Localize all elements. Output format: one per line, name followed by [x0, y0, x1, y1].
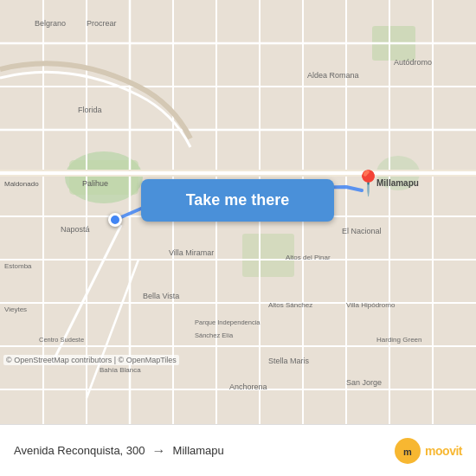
- svg-text:Parque Independencia: Parque Independencia: [195, 318, 261, 326]
- svg-text:Altos Sánchez: Altos Sánchez: [268, 301, 312, 309]
- route-to: Millamapu: [173, 444, 224, 457]
- svg-text:Autódromo: Autódromo: [394, 58, 432, 67]
- svg-text:Aldea Romana: Aldea Romana: [307, 71, 359, 80]
- svg-text:Stella Maris: Stella Maris: [268, 357, 310, 365]
- take-me-there-label: Take me there: [186, 191, 290, 209]
- svg-text:Villa Hipódromo: Villa Hipódromo: [346, 301, 396, 309]
- svg-text:Vieytes: Vieytes: [4, 306, 27, 313]
- svg-text:m: m: [403, 447, 412, 457]
- svg-text:Bella Vista: Bella Vista: [143, 292, 179, 300]
- destination-pin: 📍: [353, 171, 383, 196]
- moovit-icon: m: [394, 437, 421, 465]
- svg-text:Palihue: Palihue: [82, 179, 108, 188]
- svg-text:Villa Miramar: Villa Miramar: [169, 248, 214, 257]
- svg-text:Procrear: Procrear: [87, 19, 117, 28]
- current-location-dot: [108, 213, 122, 227]
- bottom-bar: Avenida Reconquista, 300 → Millamapu m m…: [0, 424, 476, 476]
- svg-text:El Nacional: El Nacional: [342, 227, 382, 235]
- svg-text:Florida: Florida: [78, 106, 102, 114]
- map-container: Belgrano Procrear Florida Maldonado Pali…: [0, 0, 476, 424]
- svg-text:San Jorge: San Jorge: [346, 378, 382, 387]
- svg-text:Centro Sudeste: Centro Sudeste: [39, 336, 84, 344]
- svg-text:Harding Green: Harding Green: [376, 336, 421, 344]
- take-me-there-button[interactable]: Take me there: [141, 179, 334, 222]
- svg-rect-2: [69, 160, 138, 195]
- svg-text:Anchorena: Anchorena: [229, 383, 267, 391]
- route-arrow: →: [152, 443, 166, 459]
- moovit-logo: m moovit: [394, 437, 462, 465]
- svg-text:Belgrano: Belgrano: [35, 19, 66, 28]
- svg-text:Napostá: Napostá: [61, 225, 90, 234]
- svg-text:Estomba: Estomba: [4, 262, 32, 270]
- moovit-text: moovit: [425, 444, 462, 458]
- svg-text:Sánchez Elía: Sánchez Elía: [195, 331, 234, 339]
- svg-text:Maldonado: Maldonado: [4, 180, 39, 188]
- svg-text:Bahía Blanca: Bahía Blanca: [100, 366, 141, 374]
- map-attribution: © OpenStreetMap contributors | © OpenMap…: [3, 355, 179, 365]
- route-from: Avenida Reconquista, 300: [14, 444, 145, 457]
- route-info: Avenida Reconquista, 300 → Millamapu: [14, 443, 394, 459]
- svg-text:Altos del Pinar: Altos del Pinar: [286, 254, 331, 261]
